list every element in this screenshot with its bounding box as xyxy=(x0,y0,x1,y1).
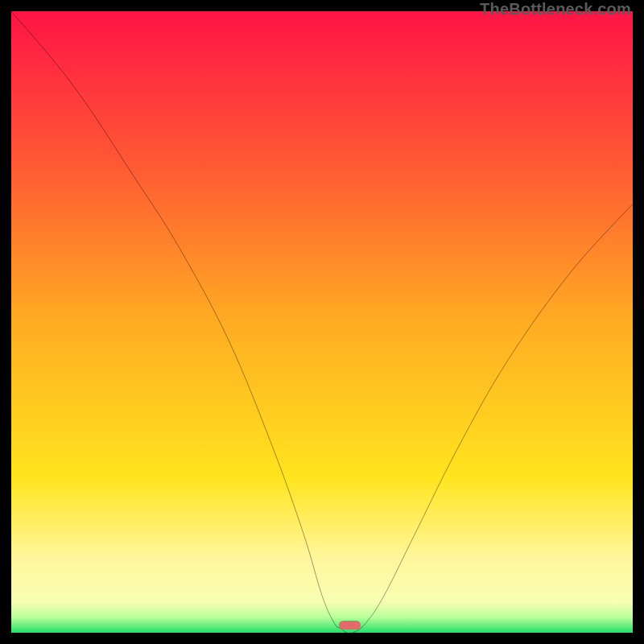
watermark-text: TheBottleneck.com xyxy=(480,0,631,19)
optimal-range-marker xyxy=(339,621,361,630)
bottleneck-chart: TheBottleneck.com xyxy=(0,0,644,644)
plot-area xyxy=(11,11,633,633)
bottleneck-curve xyxy=(11,11,633,633)
